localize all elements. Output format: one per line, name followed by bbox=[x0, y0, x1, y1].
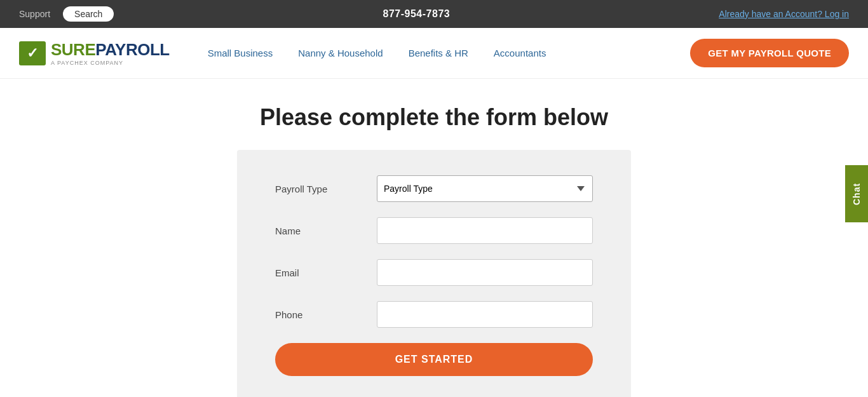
email-input[interactable] bbox=[377, 259, 593, 286]
phone-input[interactable] bbox=[377, 301, 593, 328]
topbar: Support Search 877-954-7873 Already have… bbox=[0, 0, 868, 28]
logo-text-area: SUREPAYROLL A PAYCHEX COMPANY bbox=[51, 40, 170, 66]
checkmark-icon: ✓ bbox=[27, 45, 38, 62]
name-input[interactable] bbox=[377, 217, 593, 244]
payroll-type-row: Payroll Type Payroll Type Small Business… bbox=[275, 175, 593, 202]
phone-row: Phone bbox=[275, 301, 593, 328]
search-button[interactable]: Search bbox=[63, 6, 114, 22]
nav-links: Small Business Nanny & Household Benefit… bbox=[208, 48, 691, 58]
logo-icon-box: ✓ bbox=[19, 41, 46, 65]
phone-number: 877-954-7873 bbox=[383, 8, 451, 20]
get-payroll-quote-button[interactable]: GET MY PAYROLL QUOTE bbox=[690, 39, 849, 67]
form-card: Payroll Type Payroll Type Small Business… bbox=[237, 150, 631, 397]
logo-brand-name: SUREPAYROLL bbox=[51, 40, 170, 60]
nav-benefits-hr[interactable]: Benefits & HR bbox=[409, 48, 468, 58]
logo-sure: SURE bbox=[51, 40, 95, 59]
nav-accountants[interactable]: Accountants bbox=[494, 48, 546, 58]
chat-button[interactable]: Chat bbox=[845, 165, 868, 222]
logo[interactable]: ✓ SUREPAYROLL A PAYCHEX COMPANY bbox=[19, 40, 170, 66]
page-title: Please complete the form below bbox=[260, 104, 608, 131]
login-link[interactable]: Already have an Account? Log in bbox=[719, 9, 849, 19]
support-link[interactable]: Support bbox=[19, 9, 50, 19]
navbar: ✓ SUREPAYROLL A PAYCHEX COMPANY Small Bu… bbox=[0, 28, 868, 79]
nav-nanny-household[interactable]: Nanny & Household bbox=[298, 48, 383, 58]
email-row: Email bbox=[275, 259, 593, 286]
logo-payroll: PAYROLL bbox=[95, 40, 169, 59]
payroll-type-select[interactable]: Payroll Type Small Business Nanny & Hous… bbox=[377, 175, 593, 202]
main-content: Please complete the form below Payroll T… bbox=[0, 79, 868, 397]
name-label: Name bbox=[275, 225, 377, 236]
logo-subtitle: A PAYCHEX COMPANY bbox=[51, 60, 170, 66]
payroll-type-label: Payroll Type bbox=[275, 184, 377, 194]
name-row: Name bbox=[275, 217, 593, 244]
nav-small-business[interactable]: Small Business bbox=[208, 48, 273, 58]
topbar-left: Support Search bbox=[19, 6, 114, 22]
phone-label: Phone bbox=[275, 309, 377, 320]
get-started-button[interactable]: GET STARTED bbox=[275, 343, 593, 376]
email-label: Email bbox=[275, 267, 377, 278]
